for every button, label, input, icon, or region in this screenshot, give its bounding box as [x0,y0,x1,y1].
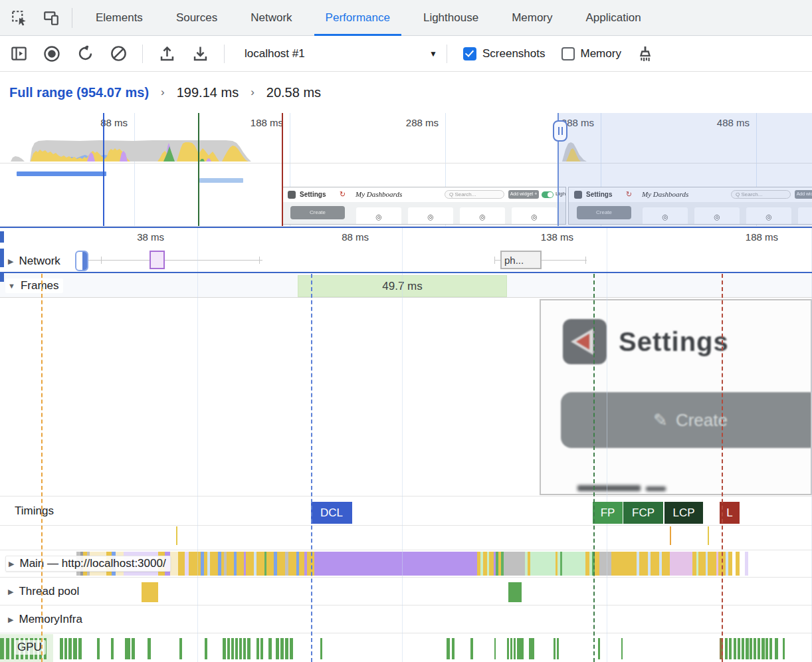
track-title: Thread pool [19,585,79,598]
breadcrumb-level-1[interactable]: 199.14 ms [177,85,239,100]
memory-checkbox-label: Memory [581,47,621,60]
main-thread-segment [530,552,585,576]
garbage-collect-icon[interactable] [636,45,655,63]
network-request[interactable] [150,251,165,269]
gpu-task [452,638,455,659]
thread-pool-track-label[interactable]: ▶ Thread pool [5,584,83,599]
gpu-task [765,638,768,659]
thread-pool-task[interactable] [142,582,158,602]
gpu-task [783,638,785,659]
tab-network[interactable]: Network [234,0,308,36]
main-thread-segment [560,552,562,576]
gpu-task [290,638,293,659]
flame-chart-view[interactable]: 38 ms88 ms138 ms188 ms ph... ▶ Network 4… [0,228,812,662]
gpu-task [529,638,534,659]
gpu-task [179,638,182,659]
ruler-tick-label: 88 ms [342,231,369,243]
collapse-triangle-icon[interactable]: ▶ [8,257,13,266]
frames-track-label[interactable]: ▼ Frames [5,278,63,293]
breadcrumb-chevron-icon: › [161,86,165,99]
timings-track-label[interactable]: Timings [12,504,58,518]
overview-event-marker [282,113,283,226]
reload-and-record-icon[interactable] [76,45,94,63]
collapse-triangle-icon[interactable]: ▶ [8,615,13,624]
screenshot-preview: Settings ✎ Create [540,299,812,495]
overview-event-marker [198,113,199,226]
expand-triangle-icon[interactable]: ▼ [8,282,15,290]
timing-badge-fp[interactable]: FP [593,502,623,524]
network-track-label[interactable]: ▶ Network [5,254,64,269]
selection-left-handle[interactable] [553,120,567,142]
main-thread-track-label[interactable]: ▶ Main — http://localhost:3000/ [5,556,171,572]
toggle-sidebar-icon[interactable] [9,45,28,63]
event-marker-line [311,274,312,662]
network-request[interactable]: ph... [500,251,542,269]
overview-event-marker [103,113,104,226]
upload-profile-icon[interactable] [157,45,176,63]
main-thread-segment [670,552,692,576]
main-thread-segment [256,552,264,576]
gpu-task [0,638,4,659]
performance-toolbar: localhost #1 ▼ Screenshots Memory [0,36,812,72]
screenshots-checkbox[interactable] [463,47,476,60]
gpu-task [754,638,756,659]
breadcrumb-full-range[interactable]: Full range (954.07 ms) [9,85,149,100]
blurred-text [577,485,641,491]
toolbar-divider [142,45,143,63]
app-create-button: ✎ Create [561,392,812,448]
tab-lighthouse[interactable]: Lighthouse [407,0,495,36]
main-thread-segment [504,552,525,576]
timing-badge-lcp[interactable]: LCP [664,502,703,524]
download-profile-icon[interactable] [191,45,209,63]
gpu-task [285,638,288,659]
user-timing-mark [670,526,671,545]
main-thread-segment [266,552,274,576]
main-thread-segment [662,552,670,576]
tab-sources[interactable]: Sources [159,0,234,36]
request-whisker-tick [101,257,102,264]
main-thread-segment [708,552,716,576]
main-thread-segment [170,552,178,576]
timing-badge-fcp[interactable]: FCP [623,502,663,524]
request-whisker-tick [259,257,260,264]
gpu-task [742,638,744,659]
memory-infra-track-label[interactable]: ▶ MemoryInfra [5,612,86,627]
gpu-task [64,638,67,659]
profile-select[interactable]: localhost #1 ▼ [245,47,444,60]
gpu-task [125,638,130,659]
collapse-triangle-icon[interactable]: ▶ [8,588,13,596]
device-toolbar-icon[interactable] [43,9,60,27]
gpu-task [73,638,77,659]
network-splitter[interactable] [0,272,812,273]
inspect-element-icon[interactable] [11,9,28,27]
collapse-triangle-icon[interactable]: ▶ [9,560,14,568]
breadcrumb-level-2[interactable]: 20.58 ms [266,85,321,100]
tab-performance[interactable]: Performance [309,0,407,36]
user-timing-mark [176,526,177,545]
gpu-task [227,638,230,659]
gpu-task [510,638,512,659]
gpu-task [11,638,14,659]
tab-elements[interactable]: Elements [79,0,159,36]
main-thread-segment [489,552,494,576]
track-title: Network [19,255,60,268]
gpu-task [758,638,760,659]
clear-icon[interactable] [109,45,128,63]
overview-selection-region[interactable] [558,113,812,227]
ruler-gridline [402,228,403,662]
thread-pool-task[interactable] [508,582,522,602]
network-track-resizer[interactable] [75,251,88,271]
record-icon[interactable] [43,45,61,63]
gpu-task [247,638,251,659]
timing-badge-dcl[interactable]: DCL [311,502,352,524]
memory-checkbox[interactable] [561,47,575,60]
gpu-task [239,638,242,659]
gpu-task [231,638,234,659]
blurred-text [646,487,666,491]
timeline-overview[interactable]: 88 ms188 ms288 ms388 ms488 ms Settings ↻… [0,113,812,227]
tab-application[interactable]: Application [569,0,658,36]
gpu-task [256,638,259,659]
gpu-task [554,638,556,659]
gpu-task [223,638,226,659]
tab-memory[interactable]: Memory [495,0,569,36]
